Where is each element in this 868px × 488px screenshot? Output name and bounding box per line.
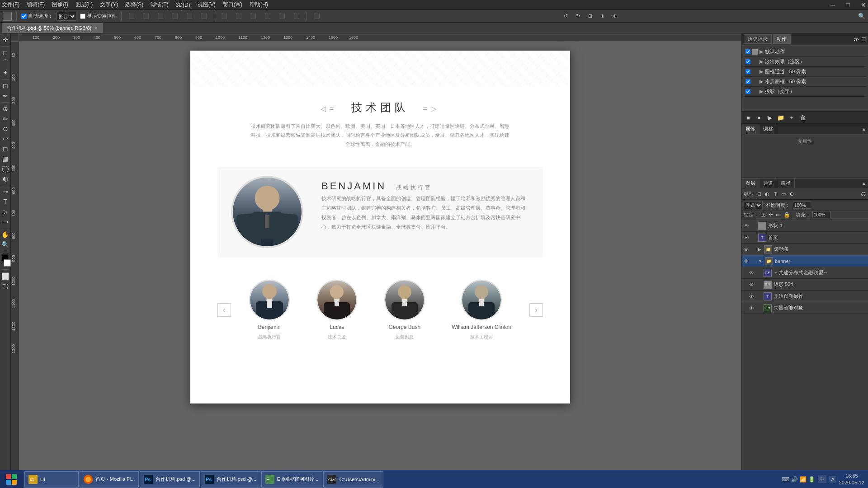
layers-collapse-btn[interactable]: ▲ <box>860 178 868 188</box>
action-item-4[interactable]: ▶ 投影（文字） <box>744 87 866 97</box>
tab-close-btn[interactable]: ✕ <box>94 26 98 31</box>
quick-mask[interactable]: ⬜ <box>1 272 10 281</box>
action-item-1[interactable]: ▶ 淡出效果（选区） <box>744 57 866 67</box>
layer-eye-4[interactable]: 👁 <box>749 270 755 276</box>
tool-icon[interactable] <box>3 12 12 21</box>
auto-select-dropdown[interactable]: 图层 <box>57 12 76 21</box>
layer-item-5[interactable]: 👁 ⊡▼ 矩形 524 <box>742 279 868 291</box>
menu-item-file[interactable]: 文件(F) <box>2 1 19 9</box>
record-action-btn[interactable]: ● <box>755 113 764 122</box>
flip-btn[interactable]: ↻ <box>574 12 582 20</box>
taskbar-item-3[interactable]: Ps 合作机构.psd @... <box>201 471 260 488</box>
canvas-container[interactable]: ◁= 技术团队 =▷ 技术研究团队吸引了来自比美大、以色列、欧洲、美国、英国、日… <box>19 42 741 488</box>
blur-tool[interactable]: ◯ <box>1 164 10 173</box>
layer-eye-1[interactable]: 👁 <box>744 235 750 240</box>
wand-tool[interactable]: ✦ <box>1 68 10 77</box>
layer-eye-5[interactable]: 👁 <box>749 282 755 287</box>
lasso-tool[interactable]: ⌒ <box>1 58 10 67</box>
menu-item-window[interactable]: 窗口(W) <box>223 1 242 9</box>
action-check-4[interactable] <box>745 89 750 94</box>
move-tool[interactable]: ✛ <box>1 35 10 44</box>
eraser-tool[interactable]: ◻ <box>1 144 10 153</box>
stop-action-btn[interactable]: ■ <box>744 113 753 122</box>
action-check-3[interactable] <box>745 79 750 84</box>
lock-all-icon[interactable]: 🔒 <box>783 211 790 218</box>
lock-pos-icon[interactable]: ✛ <box>769 211 773 218</box>
carousel-prev[interactable]: ‹ <box>217 303 231 317</box>
layer-item-1[interactable]: 👁 T 首页 <box>742 232 868 244</box>
action-check-0[interactable] <box>745 49 750 54</box>
play-action-btn[interactable]: ▶ <box>765 113 774 122</box>
menu-item-view[interactable]: 视图(V) <box>198 1 216 9</box>
brush-tool[interactable]: ✏ <box>1 114 10 123</box>
target-btn[interactable]: ⊕ <box>598 12 607 20</box>
panel-menu-btn[interactable]: ☰ <box>861 36 866 42</box>
align-vcenter-btn[interactable]: ⬛ <box>141 12 151 20</box>
align-right-btn[interactable]: ⬛ <box>198 12 209 20</box>
tab-history[interactable]: 历史记录 <box>744 34 772 44</box>
shape-tool[interactable]: ▭ <box>1 217 10 226</box>
align-left-btn[interactable]: ⬛ <box>170 12 180 20</box>
menu-item-3d[interactable]: 3D(D) <box>176 2 190 8</box>
new-action-btn[interactable]: + <box>787 113 796 122</box>
lang-indicator[interactable]: 中 <box>818 475 826 483</box>
opacity-input[interactable]: 100% <box>793 202 811 209</box>
filter-text-icon[interactable]: T <box>772 190 779 197</box>
zoom-tool[interactable]: 🔍 <box>1 240 10 249</box>
align-bottom-btn[interactable]: ⬛ <box>155 12 166 20</box>
new-action-folder-btn[interactable]: 📁 <box>776 113 785 122</box>
filter-toggle[interactable]: ⊙ <box>861 190 866 197</box>
align-hcenter-btn[interactable]: ⬛ <box>184 12 195 20</box>
show-transform-checkbox[interactable] <box>80 14 85 19</box>
window-minimize[interactable]: ─ <box>831 1 835 9</box>
menu-item-layer[interactable]: 图层(L) <box>75 1 93 9</box>
stamp-tool[interactable]: ⊙ <box>1 124 10 133</box>
menu-item-filter[interactable]: 滤镜(T) <box>151 1 168 9</box>
layer-eye-7[interactable]: 👁 <box>749 305 755 311</box>
layer-eye-2[interactable]: 👁 <box>744 247 750 252</box>
dist-vcenter-btn[interactable]: ⬛ <box>277 12 288 20</box>
taskbar-item-5[interactable]: CMD C:\Users\Admini... <box>323 471 383 488</box>
hand-tool[interactable]: ✋ <box>1 230 10 239</box>
filter-adj-icon[interactable]: ◐ <box>764 190 771 197</box>
layer-item-7[interactable]: 👁 ⊟▼ 矢量智能对象 <box>742 302 868 314</box>
search-icon[interactable]: 🔍 <box>858 13 865 19</box>
text-tool[interactable]: T <box>1 197 10 206</box>
layer-item-2[interactable]: 👁 ▶ 📁 滚动条 <box>742 244 868 255</box>
history-brush[interactable]: ↩ <box>1 134 10 143</box>
panel-expand-btn[interactable]: ≫ <box>854 36 859 42</box>
tab-layers[interactable]: 图层 <box>742 178 760 188</box>
transform-btn[interactable]: ⬛ <box>311 12 322 20</box>
auto-select-checkbox[interactable] <box>21 14 27 19</box>
action-check-1[interactable] <box>745 59 750 64</box>
menu-item-help[interactable]: 帮助(H) <box>250 1 268 9</box>
taskbar-item-2[interactable]: Ps 合作机构.psd @... <box>140 471 199 488</box>
start-button[interactable] <box>0 470 23 488</box>
window-maximize[interactable]: □ <box>846 1 850 9</box>
taskbar-item-0[interactable]: 🗂 UI <box>24 471 79 488</box>
background-color[interactable] <box>4 259 11 267</box>
filter-pixel-icon[interactable]: ⊟ <box>755 190 763 197</box>
guides-btn[interactable]: ⊞ <box>586 12 594 20</box>
menu-item-select[interactable]: 选择(S) <box>125 1 143 9</box>
tab-properties[interactable]: 属性 <box>742 124 760 134</box>
action-group-default[interactable]: ▶ 默认动作 <box>744 47 866 57</box>
carousel-next[interactable]: › <box>529 303 543 317</box>
input-mode[interactable]: A <box>829 476 836 483</box>
filter-smart-icon[interactable]: ⊕ <box>788 190 795 197</box>
layer-item-0[interactable]: 👁 形状 4 <box>742 220 868 232</box>
crop-tool[interactable]: ⊡ <box>1 81 10 90</box>
eyedropper-tool[interactable]: ✒ <box>1 91 10 100</box>
layer-eye-6[interactable]: 👁 <box>749 294 755 299</box>
action-item-2[interactable]: ▶ 圆框通道 - 50 像素 <box>744 67 866 77</box>
lock-artboard-icon[interactable]: ▭ <box>776 211 781 218</box>
filter-shape-icon[interactable]: ▭ <box>780 190 787 197</box>
layer-item-6[interactable]: 👁 T 开始创新操作 <box>742 291 868 302</box>
action-check-2[interactable] <box>745 69 750 74</box>
taskbar-item-1[interactable]: 首页 - Mozilla Fi... <box>80 471 139 488</box>
heal-tool[interactable]: ⊕ <box>1 104 10 113</box>
tab-channels[interactable]: 通道 <box>760 178 777 188</box>
tab-main[interactable]: 合作机构.psd @ 50% (banner, RGB/8) ✕ <box>2 23 103 33</box>
dodge-tool[interactable]: ◐ <box>1 174 10 183</box>
marquee-tool[interactable]: □ <box>1 48 10 57</box>
